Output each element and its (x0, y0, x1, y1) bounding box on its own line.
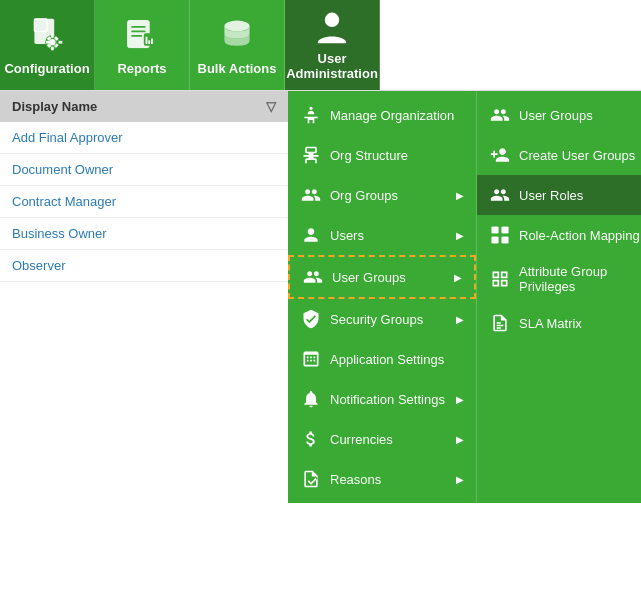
svg-rect-4 (51, 34, 54, 38)
nav-label-reports: Reports (117, 61, 166, 76)
reasons-arrow: ▶ (456, 474, 464, 485)
menu-label-org-groups: Org Groups (330, 188, 398, 203)
svg-point-3 (49, 39, 55, 45)
svg-rect-24 (502, 227, 509, 234)
svg-rect-15 (131, 30, 145, 32)
reasons-icon (300, 468, 322, 490)
nav-label-bulk-actions: Bulk Actions (198, 61, 277, 76)
user-groups-arrow: ▶ (454, 272, 462, 283)
svg-point-22 (325, 13, 339, 27)
menu-col-2: User Groups Create User Groups User Role… (476, 91, 641, 503)
svg-point-21 (224, 20, 249, 31)
svg-rect-18 (146, 36, 148, 43)
svg-rect-26 (502, 237, 509, 244)
user-groups-icon (302, 266, 324, 288)
menu-label-user-roles: User Roles (519, 188, 583, 203)
menu-item-reasons[interactable]: Reasons ▶ (288, 459, 476, 499)
nav-item-configuration[interactable]: Configuration (0, 0, 95, 90)
menu-label-currencies: Currencies (330, 432, 393, 447)
org-groups-arrow: ▶ (456, 190, 464, 201)
table-row[interactable]: Contract Manager (0, 186, 288, 218)
menu-label-user-groups-sub: User Groups (519, 108, 593, 123)
role-action-mapping-icon (489, 224, 511, 246)
manage-org-icon (300, 104, 322, 126)
menu-label-role-action-mapping: Role-Action Mapping (519, 228, 640, 243)
menu-label-org-structure: Org Structure (330, 148, 408, 163)
filter-icon[interactable]: ▽ (266, 99, 276, 114)
menu-label-manage-org: Manage Organization (330, 108, 454, 123)
user-admin-icon (312, 9, 352, 45)
create-user-groups-icon (489, 144, 511, 166)
table-row[interactable]: Document Owner (0, 154, 288, 186)
menu-label-notification-settings: Notification Settings (330, 392, 445, 407)
sla-matrix-icon (489, 312, 511, 334)
menu-label-application-settings: Application Settings (330, 352, 444, 367)
currencies-icon (300, 428, 322, 450)
menu-label-attribute-group-privileges: Attribute Group Privileges (519, 264, 641, 294)
security-groups-icon (300, 308, 322, 330)
menu-item-users[interactable]: Users ▶ (288, 215, 476, 255)
users-arrow: ▶ (456, 230, 464, 241)
menu-label-reasons: Reasons (330, 472, 381, 487)
menu-item-role-action-mapping[interactable]: Role-Action Mapping (477, 215, 641, 255)
menu-label-user-groups: User Groups (332, 270, 406, 285)
menu-label-security-groups: Security Groups (330, 312, 423, 327)
menu-item-user-groups-sub[interactable]: User Groups (477, 95, 641, 135)
table-row[interactable]: Add Final Approver (0, 122, 288, 154)
menu-label-sla-matrix: SLA Matrix (519, 316, 582, 331)
menu-item-org-groups[interactable]: Org Groups ▶ (288, 175, 476, 215)
menu-col-1: Manage Organization Org Structure Org Gr… (288, 91, 476, 503)
nav-label-user-admin: User Administration (286, 51, 378, 81)
svg-rect-7 (59, 40, 63, 43)
table-row[interactable]: Business Owner (0, 218, 288, 250)
nav-item-bulk-actions[interactable]: Bulk Actions (190, 0, 285, 90)
table-header: Display Name ▽ (0, 91, 288, 122)
notification-settings-arrow: ▶ (456, 394, 464, 405)
org-groups-icon (300, 184, 322, 206)
menu-item-user-roles[interactable]: User Roles (477, 175, 641, 215)
svg-rect-5 (51, 46, 54, 50)
user-groups-sub-icon (489, 104, 511, 126)
attribute-group-privileges-icon (489, 268, 511, 290)
notification-settings-icon (300, 388, 322, 410)
menu-item-sla-matrix[interactable]: SLA Matrix (477, 303, 641, 343)
configuration-icon (27, 15, 67, 55)
svg-rect-20 (151, 38, 153, 43)
svg-rect-6 (46, 40, 50, 43)
currencies-arrow: ▶ (456, 434, 464, 445)
dropdown-menu: Manage Organization Org Structure Org Gr… (288, 91, 641, 503)
nav-label-configuration: Configuration (4, 61, 89, 76)
svg-rect-19 (148, 40, 150, 44)
menu-item-user-groups[interactable]: User Groups ▶ (288, 255, 476, 299)
org-structure-icon (300, 144, 322, 166)
application-settings-icon (300, 348, 322, 370)
left-panel: Display Name ▽ Add Final Approver Docume… (0, 91, 288, 595)
menu-item-security-groups[interactable]: Security Groups ▶ (288, 299, 476, 339)
menu-label-create-user-groups: Create User Groups (519, 148, 635, 163)
menu-item-create-user-groups[interactable]: Create User Groups (477, 135, 641, 175)
svg-rect-23 (492, 227, 499, 234)
menu-item-manage-org[interactable]: Manage Organization (288, 95, 476, 135)
security-groups-arrow: ▶ (456, 314, 464, 325)
menu-item-currencies[interactable]: Currencies ▶ (288, 419, 476, 459)
users-icon (300, 224, 322, 246)
menu-item-attribute-group-privileges[interactable]: Attribute Group Privileges (477, 255, 641, 303)
nav-item-user-admin[interactable]: User Administration (285, 0, 380, 90)
table-row[interactable]: Observer (0, 250, 288, 282)
svg-rect-16 (131, 35, 142, 37)
top-navigation: Configuration Reports (0, 0, 641, 91)
nav-spacer (380, 0, 641, 90)
svg-rect-14 (131, 26, 145, 28)
user-roles-icon (489, 184, 511, 206)
bulk-actions-icon (217, 15, 257, 55)
nav-item-reports[interactable]: Reports (95, 0, 190, 90)
menu-label-users: Users (330, 228, 364, 243)
menu-item-org-structure[interactable]: Org Structure (288, 135, 476, 175)
menu-item-notification-settings[interactable]: Notification Settings ▶ (288, 379, 476, 419)
svg-rect-25 (492, 237, 499, 244)
reports-icon (122, 15, 162, 55)
display-name-header: Display Name (12, 99, 97, 114)
menu-item-application-settings[interactable]: Application Settings (288, 339, 476, 379)
